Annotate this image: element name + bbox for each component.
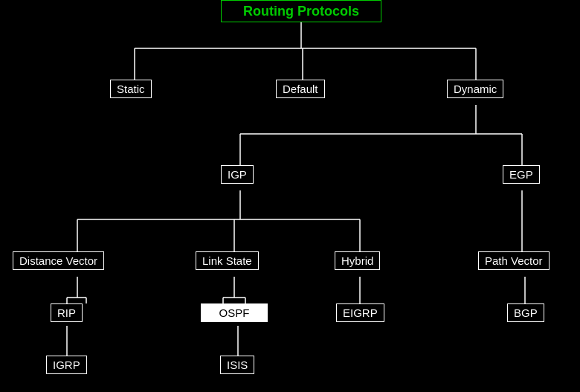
routing-protocols-label: Routing Protocols — [243, 4, 359, 19]
ospf-node: OSPF — [201, 303, 268, 322]
routing-protocols-node: Routing Protocols — [221, 0, 381, 22]
dynamic-label: Dynamic — [454, 83, 497, 95]
static-node: Static — [110, 80, 152, 98]
eigrp-node: EIGRP — [336, 303, 384, 322]
path-vector-node: Path Vector — [478, 251, 550, 270]
eigrp-label: EIGRP — [343, 306, 378, 319]
distance-vector-label: Distance Vector — [19, 254, 97, 267]
connection-lines — [0, 0, 580, 392]
igrp-label: IGRP — [53, 359, 80, 371]
default-node: Default — [276, 80, 325, 98]
egp-node: EGP — [503, 165, 540, 184]
hybrid-node: Hybrid — [335, 251, 380, 270]
hybrid-label: Hybrid — [341, 254, 373, 267]
dynamic-node: Dynamic — [447, 80, 503, 98]
egp-label: EGP — [509, 168, 533, 181]
static-label: Static — [117, 83, 145, 95]
igp-label: IGP — [228, 168, 247, 181]
igp-node: IGP — [221, 165, 254, 184]
rip-label: RIP — [57, 306, 76, 319]
link-state-node: Link State — [196, 251, 259, 270]
default-label: Default — [283, 83, 318, 95]
link-state-label: Link State — [202, 254, 252, 267]
ospf-label: OSPF — [219, 306, 250, 319]
rip-node: RIP — [51, 303, 83, 322]
isis-label: ISIS — [227, 359, 248, 371]
path-vector-label: Path Vector — [485, 254, 543, 267]
bgp-label: BGP — [514, 306, 538, 319]
bgp-node: BGP — [507, 303, 544, 322]
igrp-node: IGRP — [46, 356, 87, 374]
isis-node: ISIS — [220, 356, 254, 374]
distance-vector-node: Distance Vector — [13, 251, 104, 270]
